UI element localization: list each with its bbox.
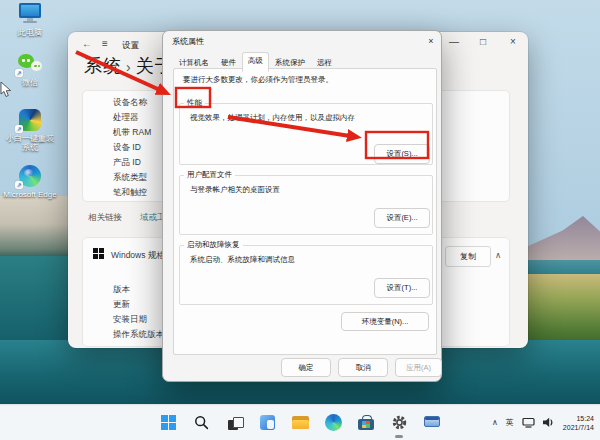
shortcut-arrow-icon: ↗ [15,181,23,189]
windows-logo-icon [93,248,104,259]
menu-icon[interactable]: ≡ [102,38,108,49]
breadcrumb-separator-icon: › [126,59,132,75]
spec-row: 笔和触控 [113,187,147,199]
spec-row: 系统类型 [113,172,147,184]
system-properties-task-button[interactable] [421,412,443,434]
environment-variables-button[interactable]: 环境变量(N)... [341,312,429,331]
desktop-icon-this-pc[interactable]: 此电脑 [1,2,59,37]
edge-button[interactable] [322,412,344,434]
settings-window-title: 设置 [122,40,139,52]
related-links-label: 相关链接 [88,212,122,224]
edge-icon: ↗ [17,164,43,188]
apply-button: 应用(A) [395,358,442,377]
wechat-icon: ↗ [17,52,43,76]
task-view-icon [225,414,243,432]
spec-row: 操作系统版本 [113,329,164,341]
breadcrumb: 系统›关于 [84,54,174,78]
file-explorer-icon [292,416,309,429]
network-icon[interactable] [522,417,535,428]
desktop-icon-edge[interactable]: ↗ Microsoft Edge [1,164,59,199]
spec-row: 机带 RAM [113,127,151,139]
start-button[interactable] [157,412,179,434]
taskbar: ∧ 英 15:24 2021/7/14 [0,404,600,440]
startup-recovery-settings-button[interactable]: 设置(T)... [374,278,430,298]
ok-button[interactable]: 确定 [281,358,331,377]
desktop-icon-label: 小白一键重装 [1,134,59,143]
startup-recovery-group: 启动和故障恢复 系统启动、系统故障和调试信息 设置(T)... [179,240,433,305]
widgets-button[interactable] [256,412,278,434]
spec-row: 设备 ID [113,142,141,154]
windows-start-icon [161,415,176,430]
desktop-icon-label: Microsoft Edge [1,190,59,199]
system-window-icon [424,416,440,430]
this-pc-icon [17,2,43,26]
spec-row: 更新 [113,299,130,311]
startup-recovery-desc: 系统启动、系统故障和调试信息 [190,255,295,265]
ime-indicator[interactable]: 英 [506,417,514,428]
spec-row: 版本 [113,284,130,296]
task-view-button[interactable] [223,412,245,434]
tray-date: 2021/7/14 [563,423,594,432]
tab-advanced[interactable]: 高级 [242,52,269,72]
spec-row: 安装日期 [113,314,147,326]
user-profiles-group: 用户配置文件 与登录帐户相关的桌面设置 设置(E)... [179,170,433,235]
performance-group: 性能 视觉效果，处理器计划，内存使用，以及虚拟内存 设置(S)... [179,98,433,165]
mouse-cursor [0,82,12,98]
performance-desc: 视觉效果，处理器计划，内存使用，以及虚拟内存 [190,113,355,123]
widgets-icon [260,415,275,430]
wallpaper-shore [0,196,68,258]
user-profiles-desc: 与登录帐户相关的桌面设置 [190,185,280,195]
system-properties-dialog: 系统属性 × 计算机名 硬件 高级 系统保护 远程 要进行大多数更改，你必须作为… [162,30,442,382]
search-button[interactable] [190,412,212,434]
search-icon [194,415,209,430]
performance-legend: 性能 [184,98,205,108]
desktop-icon-label: 系统 [1,143,59,152]
store-icon [358,415,374,430]
user-profiles-legend: 用户配置文件 [184,170,235,180]
gear-icon [391,414,408,431]
settings-button[interactable] [388,412,410,434]
admin-note: 要进行大多数更改，你必须作为管理员登录。 [183,75,333,85]
wallpaper-water-left [0,256,68,346]
tray-expand-icon[interactable]: ∧ [492,418,498,427]
tray-time: 15:24 [563,414,594,423]
volume-icon[interactable] [543,417,555,428]
chevron-up-icon[interactable]: ∧ [495,250,501,260]
spec-row: 产品 ID [113,157,141,169]
screen: 此电脑 ↗ 微信 ↗ 小白一键重装 系统 ↗ Microsoft Edge ← … [0,0,600,440]
shortcut-arrow-icon: ↗ [15,125,23,133]
spec-row: 处理器 [113,112,139,124]
desktop-icon-xiaobai[interactable]: ↗ 小白一键重装 系统 [1,108,59,152]
cancel-button[interactable]: 取消 [338,358,388,377]
breadcrumb-system[interactable]: 系统 [84,56,122,76]
xiaobai-app-icon: ↗ [17,108,43,132]
clock[interactable]: 15:24 2021/7/14 [563,414,594,432]
store-button[interactable] [355,412,377,434]
edge-icon [325,414,342,431]
back-icon[interactable]: ← [82,38,92,49]
windows-spec-title: Windows 规格 [111,250,165,262]
file-explorer-button[interactable] [289,412,311,434]
spec-row: 设备名称 [113,97,147,109]
performance-settings-button[interactable]: 设置(S)... [374,144,430,164]
close-icon[interactable]: × [510,36,516,47]
maximize-icon[interactable]: □ [480,36,486,47]
startup-recovery-legend: 启动和故障恢复 [184,240,243,250]
system-tray: ∧ 英 15:24 2021/7/14 [492,405,594,440]
close-icon[interactable]: × [424,34,438,48]
minimize-icon[interactable]: — [449,36,459,47]
desktop-icon-label: 此电脑 [1,28,59,37]
shortcut-arrow-icon: ↗ [15,69,23,77]
user-profiles-settings-button[interactable]: 设置(E)... [374,208,430,228]
dialog-title: 系统属性 [172,36,204,47]
copy-button[interactable]: 复制 [445,246,491,267]
